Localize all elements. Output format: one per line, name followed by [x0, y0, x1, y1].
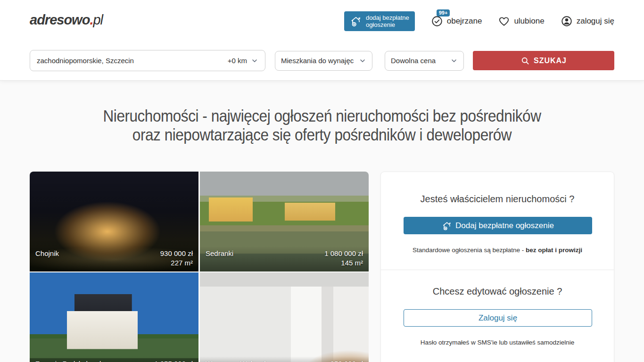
listing-overlay: Warszawa Wola, ul. 950 000 zł: [200, 356, 369, 362]
login-button-label: Zaloguj się: [479, 313, 517, 323]
property-photo: [200, 272, 369, 362]
listing-area: 145 m²: [341, 258, 363, 268]
logo-text-main: adresowo: [30, 12, 90, 27]
listing-name: Zagacie Podskale, ul.: [35, 359, 103, 362]
favorites-link[interactable]: ulubione: [498, 15, 544, 27]
chevron-down-icon: [450, 57, 458, 65]
listing-name: Chojnik: [35, 249, 59, 258]
add-listing-line1: dodaj bezpłatne: [366, 14, 409, 21]
edit-note: Hasło otrzymałeś w SMS'ie lub ustawiłeś …: [404, 339, 591, 346]
chevron-down-icon: [251, 57, 258, 65]
viewed-label: obejrzane: [447, 16, 482, 26]
logo-text-tld: pl: [93, 12, 103, 27]
viewed-count-badge: 99+: [437, 9, 450, 16]
add-free-listing-label: Dodaj bezpłatne ogłoszenie: [455, 221, 554, 230]
listing-tile[interactable]: Warszawa Wola, ul. 950 000 zł: [200, 272, 369, 362]
category-select[interactable]: Mieszkania do wynajęc: [275, 51, 372, 71]
category-value: Mieszkania do wynajęc: [281, 57, 354, 65]
header-inner: adresowo.pl dodaj bezpłatne ogło: [30, 0, 614, 80]
search-bar: zachodniopomorskie, Szczecin +0 km Miesz…: [30, 50, 614, 71]
listing-price: 1 055 000 zł: [154, 359, 193, 362]
add-free-listing-button[interactable]: Dodaj bezpłatne ogłoszenie: [404, 217, 592, 234]
house-plus-icon: [350, 15, 362, 27]
listing-name: Warszawa Wola, ul.: [206, 359, 268, 362]
owner-note-prefix: Standardowe ogłoszenia są bezpłatne -: [413, 247, 526, 254]
login-button[interactable]: Zaloguj się: [404, 309, 592, 327]
owner-heading: Jesteś właścicielem nieruchomości ?: [404, 194, 591, 205]
listing-overlay: Chojnik 930 000 zł 227 m²: [30, 246, 198, 272]
heart-icon: [498, 15, 510, 27]
listing-price: 930 000 zł: [160, 249, 193, 258]
add-listing-line2: ogłoszenie: [366, 21, 395, 28]
price-value: Dowolna cena: [391, 57, 436, 65]
location-input[interactable]: zachodniopomorskie, Szczecin +0 km: [30, 50, 265, 71]
check-circle-icon: [431, 15, 443, 27]
page-title: Nieruchomości - najwięcej ogłoszeń nieru…: [32, 107, 611, 144]
main-content: Chojnik 930 000 zł 227 m² Sedranki 1 080…: [30, 172, 614, 362]
listing-tile[interactable]: Sedranki 1 080 000 zł 145 m²: [200, 172, 369, 272]
radius-value: +0 km: [228, 57, 247, 65]
radius-dropdown[interactable]: +0 km: [228, 57, 258, 65]
header-actions: dodaj bezpłatne ogłoszenie 99+ obejrzane: [344, 11, 614, 31]
sidebar-divider: [381, 270, 614, 270]
login-label: zaloguj się: [577, 16, 614, 26]
listing-tile[interactable]: Chojnik 930 000 zł 227 m²: [30, 172, 198, 272]
page-title-line1: Nieruchomości - najwięcej ogłoszeń nieru…: [103, 107, 541, 125]
user-circle-icon: [561, 15, 573, 27]
listing-price: 1 080 000 zł: [324, 249, 363, 258]
favorites-label: ulubione: [514, 16, 544, 26]
listing-price: 950 000 zł: [330, 359, 363, 362]
listing-grid: Chojnik 930 000 zł 227 m² Sedranki 1 080…: [30, 172, 369, 362]
location-value: zachodniopomorskie, Szczecin: [37, 57, 228, 65]
owner-note-bold: bez opłat i prowizji: [526, 247, 582, 254]
chevron-down-icon: [359, 57, 366, 65]
listing-overlay: Sedranki 1 080 000 zł 145 m²: [200, 246, 369, 272]
search-icon: [520, 56, 530, 66]
logo[interactable]: adresowo.pl: [30, 12, 103, 28]
add-listing-button-text: dodaj bezpłatne ogłoszenie: [366, 14, 409, 28]
owner-note: Standardowe ogłoszenia są bezpłatne - be…: [404, 247, 591, 254]
search-button-label: SZUKAJ: [534, 57, 567, 65]
page: adresowo.pl dodaj bezpłatne ogło: [0, 0, 644, 362]
login-link[interactable]: zaloguj się: [561, 15, 614, 27]
search-button[interactable]: SZUKAJ: [473, 51, 614, 70]
listing-tile[interactable]: Zagacie Podskale, ul. 1 055 000 zł: [30, 272, 198, 362]
house-plus-icon: [442, 221, 452, 231]
edit-heading: Chcesz edytować ogłoszenie ?: [404, 286, 591, 297]
listing-area: 227 m²: [171, 258, 193, 268]
listing-name: Sedranki: [206, 249, 233, 258]
header: adresowo.pl dodaj bezpłatne ogło: [0, 0, 644, 80]
listing-overlay: Zagacie Podskale, ul. 1 055 000 zł: [30, 356, 198, 362]
add-listing-button[interactable]: dodaj bezpłatne ogłoszenie: [344, 11, 415, 31]
owner-sidebar-card: Jesteś właścicielem nieruchomości ? Doda…: [380, 172, 614, 362]
page-title-line2: oraz niepowtarzające się oferty pośredni…: [132, 125, 512, 144]
property-photo: [30, 272, 198, 362]
viewed-link[interactable]: 99+ obejrzane: [431, 15, 482, 27]
price-select[interactable]: Dowolna cena: [385, 51, 464, 71]
